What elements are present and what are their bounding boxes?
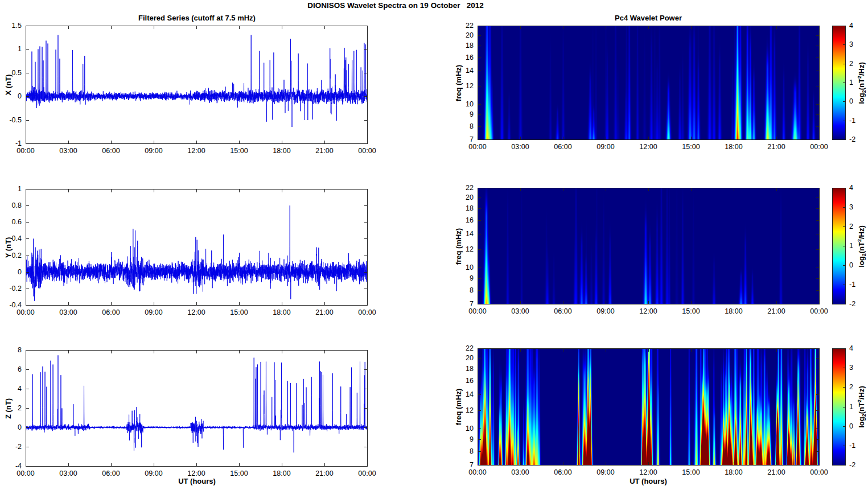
y-tick-label: -0.2 (9, 285, 22, 293)
y-wavelet-canvas (478, 188, 820, 304)
colorbar-tick-label: 1 (849, 403, 853, 411)
z-axis-ylabel: Z (nT) (4, 398, 13, 418)
y-tick-label: 8 (18, 346, 22, 354)
x-tick-label: 00:00 (17, 308, 34, 316)
wavelet-power-title: Pc4 Wavelet Power (615, 14, 682, 22)
x-tick-label: 18:00 (273, 147, 290, 155)
y-tick-label: 0 (18, 268, 22, 276)
z-wavelet-canvas (478, 348, 820, 466)
x-tick-label: 00:00 (468, 307, 486, 315)
colorbar-x (832, 26, 846, 142)
x-tick-label: 09:00 (145, 469, 162, 477)
freq-tick-label: 8 (470, 122, 474, 130)
colorbar-tick-label: -1 (849, 281, 855, 289)
colorbar-label-mid: log2(nT2/Hz) (857, 225, 867, 267)
freq-tick-label: 20 (466, 354, 474, 362)
colorbar-tick-label: 0 (849, 97, 853, 105)
freq-tick-label: 12 (466, 245, 474, 253)
freq-tick-label: 8 (470, 447, 474, 455)
colorbar-tick-label: 1 (849, 242, 853, 250)
x-tick-label: 21:00 (315, 147, 333, 155)
y-tick-label: -0.5 (9, 116, 22, 124)
x-tick-label: 03:00 (511, 307, 529, 315)
x-tick-label: 00:00 (468, 143, 486, 151)
freq-tick-label: 22 (466, 184, 474, 192)
x-wavelet-panel (478, 26, 820, 140)
freq-tick-label: 18 (466, 365, 474, 373)
x-tick-label: 06:00 (554, 468, 571, 476)
x-tick-label: 12:00 (639, 143, 657, 151)
x-tick-label: 06:00 (102, 308, 120, 316)
freq-tick-label: 20 (466, 193, 474, 201)
x-timeseries-panel (26, 26, 368, 144)
x-tick-label: 00:00 (17, 469, 34, 477)
y-tick-label: 0.2 (12, 252, 22, 260)
x-tick-label: 00:00 (810, 468, 828, 476)
y-tick-label: 4 (18, 385, 22, 393)
freq-tick-label: 9 (470, 110, 474, 118)
y-tick-label: -0.4 (9, 301, 22, 309)
x-tick-label: 09:00 (145, 147, 162, 155)
wavelet-spectra-figure: DIONISOS Wavelet Spectra on 19 October 2… (0, 0, 868, 486)
freq-tick-label: 16 (466, 377, 474, 385)
x-tick-label: 00:00 (358, 308, 376, 316)
freq-tick-label: 12 (466, 406, 474, 414)
colorbar-tick-label: 2 (849, 223, 853, 230)
x-axis-ylabel: X (nT) (4, 75, 13, 96)
x-tick-label: 03:00 (511, 143, 529, 151)
x-tick-label: 00:00 (358, 469, 376, 477)
y-tick-label: 0.5 (12, 69, 22, 77)
colorbar-tick-label: -2 (849, 300, 855, 308)
x-tick-label: 15:00 (682, 468, 700, 476)
colorbar-tick-label: 3 (849, 364, 853, 372)
freq-tick-label: 20 (466, 31, 474, 39)
colorbar-y-canvas (832, 188, 846, 304)
x-tick-label: 09:00 (145, 308, 162, 316)
colorbar-tick-label: -2 (849, 461, 855, 469)
freq-tick-label: 14 (466, 230, 474, 238)
freq-ylabel-top: freq (mHz) (454, 64, 463, 101)
colorbar-tick-label: -2 (849, 135, 855, 143)
y-axis-ylabel: Y (nT) (4, 237, 13, 258)
colorbar-tick-label: -1 (849, 442, 855, 450)
freq-tick-label: 10 (466, 263, 474, 271)
colorbar-tick-label: 4 (849, 344, 853, 352)
x-tick-label: 06:00 (554, 143, 571, 151)
freq-tick-label: 12 (466, 82, 474, 90)
x-tick-label: 00:00 (468, 468, 486, 476)
freq-ylabel-mid: freq (mHz) (454, 228, 463, 264)
y-tick-label: 1 (18, 45, 22, 53)
x-tick-label: 15:00 (682, 307, 700, 315)
x-tick-label: 03:00 (59, 308, 77, 316)
x-tick-label: 12:00 (639, 468, 657, 476)
freq-tick-label: 16 (466, 53, 474, 61)
freq-tick-label: 18 (466, 204, 474, 212)
y-tick-label: -4 (15, 462, 22, 470)
freq-tick-label: 9 (470, 274, 474, 282)
x-tick-label: 15:00 (230, 469, 248, 477)
x-tick-label: 06:00 (554, 307, 571, 315)
x-timeseries-canvas (26, 26, 368, 144)
y-tick-label: 2 (18, 404, 22, 412)
x-tick-label: 06:00 (102, 147, 120, 155)
freq-tick-label: 14 (466, 390, 474, 398)
x-tick-label: 12:00 (639, 307, 657, 315)
x-tick-label: 00:00 (810, 143, 828, 151)
y-timeseries-canvas (26, 189, 368, 306)
x-tick-label: 03:00 (59, 469, 77, 477)
freq-tick-label: 10 (466, 425, 474, 433)
x-wavelet-canvas (478, 26, 820, 140)
x-tick-label: 12:00 (187, 308, 205, 316)
freq-tick-label: 16 (466, 216, 474, 224)
z-timeseries-panel (26, 350, 368, 467)
x-tick-label: 21:00 (767, 143, 785, 151)
x-tick-label: 21:00 (315, 469, 333, 477)
y-timeseries-panel (26, 189, 368, 306)
freq-tick-label: 18 (466, 42, 474, 50)
x-tick-label: 18:00 (725, 307, 742, 315)
x-tick-label: 09:00 (597, 468, 614, 476)
y-tick-label: 0 (18, 423, 22, 431)
freq-tick-label: 22 (466, 344, 474, 352)
x-tick-label: 00:00 (358, 147, 376, 155)
y-tick-label: 0 (18, 92, 22, 100)
